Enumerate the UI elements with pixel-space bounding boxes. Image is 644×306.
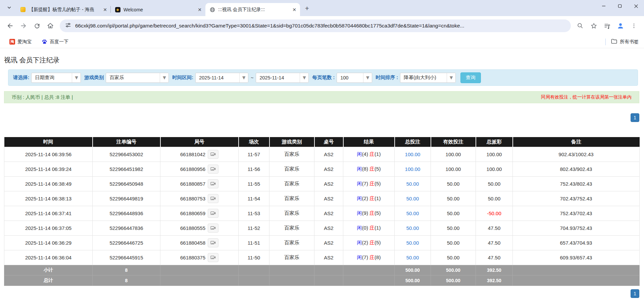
cell-remark: 752.43/802.43 xyxy=(513,176,640,191)
cell-payout: -50.00 xyxy=(476,206,513,221)
cell-payout: 100.00 xyxy=(476,147,513,162)
bookmark-aitaobao[interactable]: 淘 爱淘宝 xyxy=(9,39,32,45)
bookmark-baidu[interactable]: 百度一下 xyxy=(42,39,68,45)
cell-round-id: 661880555 xyxy=(160,221,239,235)
cell-total-bet[interactable]: 50.00 xyxy=(395,191,431,206)
sort-label: 时间排序 : xyxy=(376,74,398,81)
zoom-icon[interactable] xyxy=(574,19,587,33)
cell-round-id: 661880458 xyxy=(160,235,239,250)
media-controls-icon[interactable] xyxy=(600,19,614,33)
cell-round-id: 661880375 xyxy=(160,250,239,265)
cell-table-no: AS2 xyxy=(314,162,343,176)
cell-remark: 704.93/752.43 xyxy=(513,221,640,235)
cell-total-bet[interactable]: 50.00 xyxy=(395,176,431,191)
total-bet-sum: 500.00 xyxy=(395,265,431,275)
bookmark-star-icon[interactable] xyxy=(587,19,600,33)
column-header: 注单编号 xyxy=(93,137,160,147)
currency-total-text: 币别 : 人民币 | 总共 :8 注单 | xyxy=(12,94,73,101)
minimize-button[interactable] xyxy=(596,0,612,12)
date-range-tilde: ~ xyxy=(251,75,253,80)
cell-time: 2025-11-14 06:38:49 xyxy=(4,176,93,191)
all-bookmarks-button[interactable]: 所有书签 xyxy=(611,39,639,45)
cell-total-bet[interactable]: 100.00 xyxy=(395,147,431,162)
pagination-page-1-bottom[interactable]: 1 xyxy=(631,289,639,298)
pagination-page-1-top[interactable]: 1 xyxy=(631,113,639,122)
video-replay-icon[interactable] xyxy=(208,209,218,218)
close-icon[interactable]: ✕ xyxy=(197,7,203,13)
video-replay-icon[interactable] xyxy=(208,179,218,188)
page-title: 视讯 会员下注纪录 xyxy=(4,56,644,65)
video-replay-icon[interactable] xyxy=(208,194,218,203)
video-replay-icon[interactable] xyxy=(208,165,218,174)
video-replay-icon[interactable] xyxy=(208,238,218,247)
cell-time: 2025-11-14 06:37:05 xyxy=(4,221,93,235)
cell-game-type: 百家乐 xyxy=(269,250,314,265)
subtotal-row: 小计8500.00500.00392.50 xyxy=(4,265,640,275)
cell-bet-id: 522966445915 xyxy=(93,250,160,265)
maximize-button[interactable] xyxy=(612,0,628,12)
home-icon[interactable] xyxy=(44,19,57,33)
window-controls xyxy=(596,0,644,12)
tab-bet-record[interactable]: :::视讯 会员下注纪录::: ✕ xyxy=(205,3,300,16)
cell-time: 2025-11-14 06:39:24 xyxy=(4,162,93,176)
reload-icon[interactable] xyxy=(30,19,44,33)
menu-dots-icon[interactable] xyxy=(627,19,641,33)
valid-bet-sum: 500.00 xyxy=(431,265,476,275)
tab-search-button[interactable] xyxy=(3,2,15,14)
video-replay-icon[interactable] xyxy=(208,150,218,159)
table-row: 2025-11-14 06:37:41522966448936661880659… xyxy=(4,206,640,221)
profile-avatar[interactable] xyxy=(614,19,627,33)
welcome-favicon-icon: ◆ xyxy=(115,7,120,12)
chevron-down-icon: ▼ xyxy=(72,73,81,82)
chevron-down-icon: ▼ xyxy=(363,73,372,82)
cell-time: 2025-11-14 06:39:56 xyxy=(4,147,93,162)
cell-bet-id: 522966450948 xyxy=(93,176,160,191)
payout-sum: 392.50 xyxy=(476,265,513,275)
page-size-select[interactable]: 100 ▼ xyxy=(337,73,372,83)
total-bet-sum: 500.00 xyxy=(395,275,431,286)
video-replay-icon[interactable] xyxy=(208,253,218,262)
table-row: 2025-11-14 06:39:56522966453002661881042… xyxy=(4,147,640,162)
cell-result: 闲(4) 庄(1) xyxy=(343,147,395,162)
cell-table-no: AS2 xyxy=(314,250,343,265)
close-icon[interactable]: ✕ xyxy=(291,7,297,13)
cell-game-type: 百家乐 xyxy=(269,235,314,250)
column-header: 有效投注 xyxy=(431,137,476,147)
cell-total-bet[interactable]: 50.00 xyxy=(395,235,431,250)
cell-round-id: 661881042 xyxy=(160,147,239,162)
date-range-label: 时间区间: xyxy=(172,74,193,81)
tab-forum[interactable]: 【新提醒】杨雪儿的帖子 - 海燕 ✕ xyxy=(16,3,111,16)
game-type-select[interactable]: 百家乐 ▼ xyxy=(106,73,169,83)
cell-bet-id: 522966446725 xyxy=(93,235,160,250)
new-tab-button[interactable]: + xyxy=(302,3,312,13)
date-from-input[interactable]: 2025-11-14 ▼ xyxy=(195,73,248,83)
close-icon[interactable]: ✕ xyxy=(102,7,108,13)
cell-total-bet[interactable]: 50.00 xyxy=(395,250,431,265)
address-bar[interactable]: 66cxkj98.com/ipl/portal.php/game/betreco… xyxy=(60,19,571,32)
all-bookmarks-label: 所有书签 xyxy=(620,39,639,45)
cell-total-bet[interactable]: 100.00 xyxy=(395,162,431,176)
bookmark-label: 百度一下 xyxy=(50,39,68,45)
cell-total-bet[interactable]: 50.00 xyxy=(395,206,431,221)
cell-session: 11-53 xyxy=(239,206,269,221)
forum-favicon-icon xyxy=(20,7,26,12)
valid-bet-notice: 同局有效投注，统一计算在该局第一张注单内 xyxy=(541,94,632,100)
cell-payout: 50.00 xyxy=(476,191,513,206)
forward-icon[interactable] xyxy=(17,19,30,33)
cell-total-bet[interactable]: 50.00 xyxy=(395,221,431,235)
video-replay-icon[interactable] xyxy=(208,224,218,233)
sort-select[interactable]: 降幂(由大到小) ▼ xyxy=(400,73,456,83)
total-label: 总计 xyxy=(4,275,93,286)
query-type-select[interactable]: 日期查询 ▼ xyxy=(31,73,81,83)
back-icon[interactable] xyxy=(3,19,17,33)
date-to-input[interactable]: 2025-11-14 ▼ xyxy=(256,73,309,83)
close-window-button[interactable] xyxy=(628,0,644,12)
tab-welcome[interactable]: ◆ Welcome ✕ xyxy=(111,3,205,16)
chevron-down-icon: ▼ xyxy=(447,73,455,82)
site-info-icon[interactable] xyxy=(65,22,71,29)
search-button[interactable]: 查询 xyxy=(460,72,481,83)
cell-session: 11-54 xyxy=(239,191,269,206)
tab-title: :::视讯 会员下注纪录::: xyxy=(218,7,289,13)
cell-result: 闲(0) 庄(1) xyxy=(343,221,395,235)
column-header: 桌号 xyxy=(314,137,343,147)
